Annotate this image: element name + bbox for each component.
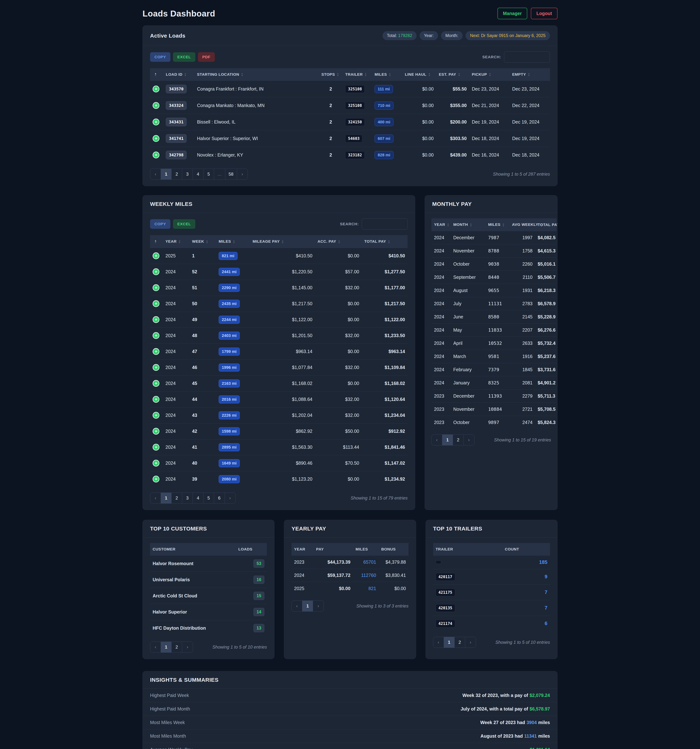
table-row[interactable]: 20251821 mi$410.50$0.00$410.50 bbox=[150, 248, 407, 264]
column-customer[interactable]: CUSTOMER bbox=[150, 543, 236, 556]
column-year[interactable]: YEAR bbox=[291, 543, 314, 556]
sort-icon[interactable] bbox=[233, 240, 235, 244]
table-row[interactable]: 2023$44,173.3965701$4,379.88 bbox=[291, 555, 408, 569]
page-button[interactable]: 2 bbox=[172, 493, 182, 503]
table-row[interactable]: 2023October98972474$5,824.3 bbox=[432, 416, 556, 429]
load-id-badge[interactable]: 343324 bbox=[166, 101, 187, 110]
next-page-button[interactable]: › bbox=[225, 493, 235, 503]
expand-row-icon[interactable] bbox=[153, 348, 159, 355]
expand-row-icon[interactable] bbox=[153, 135, 159, 142]
column-total-pay[interactable]: TOTAL PAY bbox=[362, 235, 407, 248]
expand-row-icon[interactable] bbox=[153, 412, 159, 419]
prev-page-button[interactable]: ‹ bbox=[150, 493, 161, 503]
page-button[interactable]: 1 bbox=[161, 169, 172, 179]
sort-icon[interactable] bbox=[447, 223, 449, 227]
table-row[interactable]: 2024512290 mi$1,145.00$32.00$1,177.00 bbox=[150, 280, 407, 296]
load-id-badge[interactable]: 341741 bbox=[166, 134, 187, 143]
sort-icon[interactable] bbox=[282, 240, 284, 244]
search-input[interactable] bbox=[362, 218, 407, 230]
column-line-haul[interactable]: LINE HAUL bbox=[402, 68, 436, 81]
page-button[interactable]: 2 bbox=[453, 435, 464, 445]
page-button[interactable]: 5 bbox=[204, 493, 214, 503]
table-row[interactable]: 341741 Halvor Superior : Superior, WI 2 … bbox=[150, 130, 550, 147]
column-loads[interactable]: LOADS bbox=[236, 543, 267, 556]
expand-row-icon[interactable] bbox=[153, 119, 159, 125]
table-row[interactable]: 2024421598 mi$862.92$50.00$912.92 bbox=[150, 423, 407, 439]
sort-icon[interactable] bbox=[458, 73, 460, 76]
table-row[interactable]: 2024452163 mi$1,168.02$0.00$1,168.02 bbox=[150, 375, 407, 391]
table-row[interactable]: 2023December113932279$5,711.3 bbox=[432, 389, 556, 402]
table-row[interactable]: 2024$59,137.72112760$3,830.41 bbox=[291, 569, 408, 582]
sort-icon[interactable] bbox=[388, 240, 390, 244]
table-row[interactable]: 4201357 bbox=[433, 600, 550, 616]
sort-icon[interactable] bbox=[489, 73, 491, 76]
table-row[interactable]: 2024492244 mi$1,122.00$0.00$1,122.00 bbox=[150, 312, 407, 327]
excel-button[interactable]: EXCEL bbox=[173, 52, 195, 62]
table-row[interactable]: 4211757 bbox=[433, 585, 550, 600]
sort-icon[interactable] bbox=[389, 73, 391, 76]
sort-icon[interactable] bbox=[502, 223, 504, 227]
page-button[interactable]: 58 bbox=[225, 169, 237, 179]
column-trailer[interactable]: TRAILER bbox=[343, 68, 372, 81]
sort-icon[interactable] bbox=[206, 240, 208, 244]
table-row[interactable]: 2024February73791845$3,731.6 bbox=[432, 363, 556, 376]
copy-button[interactable]: COPY bbox=[150, 52, 170, 62]
logout-button[interactable]: Logout bbox=[531, 8, 558, 19]
expand-row-icon[interactable] bbox=[153, 460, 159, 466]
sort-icon[interactable] bbox=[155, 73, 157, 76]
expand-row-icon[interactable] bbox=[153, 428, 159, 435]
year-filter-badge[interactable]: Year: bbox=[420, 31, 438, 40]
excel-button[interactable]: EXCEL bbox=[173, 219, 195, 229]
column-count[interactable]: COUNT bbox=[502, 543, 550, 556]
page-button[interactable]: 5 bbox=[204, 169, 214, 179]
sort-icon[interactable] bbox=[337, 73, 339, 76]
expand-row-icon[interactable] bbox=[153, 476, 159, 483]
table-row[interactable]: 2024461996 mi$1,077.84$32.00$1,109.84 bbox=[150, 359, 407, 375]
load-id-badge[interactable]: 343570 bbox=[166, 85, 187, 93]
column-month[interactable]: MONTH bbox=[451, 218, 486, 231]
table-row[interactable]: HFC Dayton Distribution13 bbox=[150, 620, 267, 636]
table-row[interactable]: 2024May110332207$6,276.6 bbox=[432, 323, 556, 336]
sort-icon[interactable] bbox=[178, 240, 181, 244]
next-page-button[interactable]: › bbox=[465, 637, 476, 648]
pdf-button[interactable]: PDF bbox=[198, 52, 215, 62]
expand-row-icon[interactable] bbox=[153, 364, 159, 371]
table-row[interactable]: 2024July111312783$6,578.9 bbox=[432, 297, 556, 310]
table-row[interactable]: 2024401649 mi$890.46$70.50$1,147.02 bbox=[150, 455, 407, 471]
next-page-button[interactable]: › bbox=[182, 642, 193, 653]
page-button[interactable]: 1 bbox=[161, 642, 172, 653]
expand-row-icon[interactable] bbox=[153, 316, 159, 323]
next-page-button[interactable]: › bbox=[237, 169, 248, 179]
prev-page-button[interactable]: ‹ bbox=[433, 637, 444, 648]
page-button[interactable]: 2 bbox=[172, 642, 182, 653]
column-avg-weekly[interactable]: AVG WEEKLY bbox=[509, 218, 535, 231]
page-button[interactable]: 1 bbox=[442, 435, 453, 445]
next-page-button[interactable]: › bbox=[313, 601, 323, 611]
table-row[interactable]: 2024September84402110$5,506.7 bbox=[432, 271, 556, 284]
column-miles[interactable]: MILES bbox=[372, 68, 402, 81]
prev-page-button[interactable]: ‹ bbox=[150, 169, 161, 179]
expand-column-header[interactable] bbox=[150, 235, 163, 248]
column-total-pay[interactable]: TOTAL PAY bbox=[535, 218, 556, 231]
column-bonus[interactable]: BONUS bbox=[378, 543, 408, 556]
page-button[interactable]: 3 bbox=[182, 169, 193, 179]
column-pay[interactable]: PAY bbox=[314, 543, 353, 556]
column-empty[interactable]: EMPTY bbox=[510, 68, 550, 81]
column-location[interactable]: STARTING LOCATION bbox=[195, 68, 319, 81]
column-week[interactable]: WEEK bbox=[190, 235, 216, 248]
expand-row-icon[interactable] bbox=[153, 300, 159, 307]
prev-page-button[interactable]: ‹ bbox=[150, 642, 161, 653]
table-row[interactable]: 2024November87881758$4,615.3 bbox=[432, 244, 556, 257]
expand-row-icon[interactable] bbox=[153, 151, 159, 158]
column-pickup[interactable]: PICKUP bbox=[469, 68, 510, 81]
expand-row-icon[interactable] bbox=[153, 396, 159, 403]
column-load-id[interactable]: LOAD ID bbox=[163, 68, 195, 81]
page-button[interactable]: 1 bbox=[444, 637, 455, 648]
page-button[interactable]: 1 bbox=[161, 493, 172, 503]
expand-row-icon[interactable] bbox=[153, 102, 159, 109]
page-button[interactable]: 3 bbox=[182, 493, 193, 503]
page-button[interactable]: 1 bbox=[302, 601, 313, 611]
table-row[interactable]: 2025$0.00821$0.00 bbox=[291, 582, 408, 595]
sort-icon[interactable] bbox=[338, 240, 340, 244]
page-button[interactable]: 2 bbox=[455, 637, 465, 648]
